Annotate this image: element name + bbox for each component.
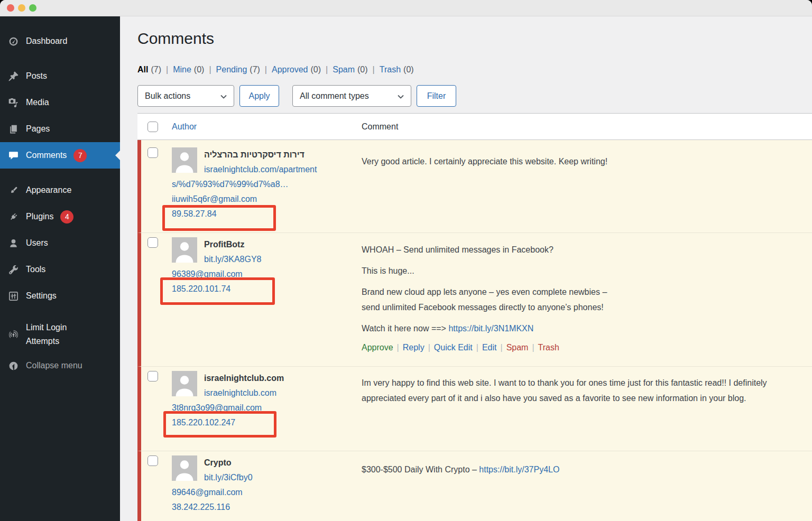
bulk-actions-select[interactable]: Bulk actions	[137, 85, 234, 107]
plugins-count-badge: 4	[60, 210, 73, 224]
chevron-down-icon	[220, 91, 227, 101]
paintbrush-icon	[7, 185, 19, 196]
comments-page: Comments All(7)|Mine(0)|Pending(7)|Appro…	[120, 16, 812, 521]
media-camera-icon	[7, 97, 19, 108]
comment-text: $300-$500 Daily With Crypto – https://bi…	[362, 462, 798, 477]
author-name: דירות דיסקרטיות בהרצליה	[204, 150, 304, 159]
sidebar-item-limit-login-attempts[interactable]: Limit Login Attempts	[0, 321, 120, 348]
sidebar-item-media[interactable]: Media	[0, 89, 120, 116]
user-icon	[7, 238, 19, 249]
comment-url-link[interactable]: https://bit.ly/3N1MKXN	[448, 324, 533, 333]
view-approved-link[interactable]: Approved(0)	[272, 65, 321, 74]
apply-button[interactable]: Apply	[239, 85, 279, 107]
avatar	[172, 455, 197, 481]
author-email-link[interactable]: 3t8nrq3o99@gmail.com	[172, 403, 262, 412]
sidebar-item-plugins[interactable]: Plugins 4	[0, 203, 120, 230]
comment-types-select[interactable]: All comment types	[292, 85, 411, 107]
plug-icon	[7, 211, 19, 222]
comment-text: Watch it here now ==> https://bit.ly/3N1…	[362, 321, 798, 336]
row-checkbox[interactable]	[147, 455, 158, 466]
sidebar-item-dashboard[interactable]: Dashboard	[0, 28, 120, 54]
macos-titlebar	[0, 0, 812, 16]
author-url-link[interactable]: bit.ly/3KA8GY8	[204, 255, 262, 264]
view-all-link[interactable]: All(7)	[137, 65, 161, 74]
comment-row: Crypto bit.ly/3iCfby0 89646@gmail.com 38…	[137, 451, 812, 521]
view-pending-link[interactable]: Pending(7)	[216, 65, 260, 74]
zoom-window-button[interactable]	[29, 4, 36, 12]
author-email-link[interactable]: 89646@gmail.com	[172, 488, 243, 497]
limit-login-attempts-icon	[7, 329, 19, 340]
avatar	[172, 237, 197, 263]
author-ip-link[interactable]: 185.220.102.247	[172, 418, 235, 427]
wrench-icon	[7, 264, 19, 275]
chevron-down-icon	[398, 91, 404, 101]
select-all-checkbox[interactable]	[147, 122, 158, 132]
comment-row: דירות דיסקרטיות בהרצליה israelnightclub.…	[137, 140, 812, 232]
sidebar-item-users[interactable]: Users	[0, 230, 120, 256]
spam-link[interactable]: Spam	[506, 343, 529, 352]
comment-cell: Very good article. I certainly appreciat…	[360, 140, 812, 232]
comment-cell: Im very happy to find this web site. I w…	[360, 367, 812, 451]
sidebar-item-comments[interactable]: Comments 7	[0, 142, 120, 169]
comment-text: Im very happy to find this web site. I w…	[362, 375, 798, 406]
author-name: israelnightclub.com	[204, 374, 284, 383]
author-name: ProfitBotz	[204, 240, 244, 249]
dashboard-gauge-icon	[7, 36, 19, 47]
author-email-link[interactable]: 96389@gmail.com	[172, 269, 243, 278]
reply-link[interactable]: Reply	[403, 343, 425, 352]
filter-button[interactable]: Filter	[417, 85, 456, 107]
comment-row: israelnightclub.com israelnightclub.com …	[137, 366, 812, 451]
sidebar-item-pages[interactable]: Pages	[0, 116, 120, 142]
author-ip-link[interactable]: 89.58.27.84	[172, 209, 217, 218]
avatar	[172, 147, 197, 173]
author-ip-link[interactable]: 185.220.101.74	[172, 284, 230, 293]
pages-icon	[7, 124, 19, 135]
minimize-window-button[interactable]	[18, 4, 25, 12]
comment-cell: $300-$500 Daily With Crypto – https://bi…	[360, 451, 812, 521]
comments-table: Author Comment דירות דיסקרטיות בהרצליה i…	[137, 113, 812, 521]
comments-count-badge: 7	[73, 149, 87, 162]
comment-text: WHOAH – Send unlimited messages in Faceb…	[362, 242, 798, 257]
settings-sliders-icon	[7, 291, 19, 302]
row-checkbox[interactable]	[147, 371, 158, 382]
sidebar-item-appearance[interactable]: Appearance	[0, 177, 120, 203]
collapse-arrow-icon	[7, 360, 19, 371]
view-mine-link[interactable]: Mine(0)	[173, 65, 204, 74]
comment-text: Brand new cloud app lets anyone – yes ev…	[362, 284, 798, 315]
row-checkbox[interactable]	[147, 237, 158, 248]
author-cell: Crypto bit.ly/3iCfby0 89646@gmail.com 38…	[172, 451, 360, 521]
table-header-row: Author Comment	[137, 113, 812, 140]
author-cell: ProfitBotz bit.ly/3KA8GY8 96389@gmail.co…	[172, 233, 360, 366]
quick-edit-link[interactable]: Quick Edit	[434, 343, 473, 352]
pushpin-icon	[7, 71, 19, 82]
row-actions: Approve|Reply|Quick Edit|Edit|Spam|Trash	[362, 342, 798, 353]
page-title: Comments	[137, 29, 812, 48]
author-url-link[interactable]: israelnightclub.com	[204, 388, 276, 397]
sidebar-item-settings[interactable]: Settings	[0, 283, 120, 309]
close-window-button[interactable]	[7, 4, 14, 12]
sidebar-item-posts[interactable]: Posts	[0, 63, 120, 89]
avatar	[172, 371, 197, 396]
author-ip-link[interactable]: 38.242.225.116	[172, 503, 230, 511]
author-name: Crypto	[204, 458, 232, 467]
author-cell: דירות דיסקרטיות בהרצליה israelnightclub.…	[172, 140, 360, 232]
comment-url-link[interactable]: https://bit.ly/37Py4LO	[479, 465, 559, 474]
author-cell: israelnightclub.com israelnightclub.com …	[172, 367, 360, 451]
trash-link[interactable]: Trash	[538, 343, 559, 352]
comment-bubble-icon	[7, 150, 19, 161]
view-spam-link[interactable]: Spam(0)	[333, 65, 367, 74]
row-checkbox[interactable]	[147, 147, 158, 158]
author-column-header[interactable]: Author	[172, 122, 197, 131]
sidebar-item-collapse-menu[interactable]: Collapse menu	[0, 352, 120, 379]
comment-text: This is huge...	[362, 263, 798, 278]
sidebar-item-tools[interactable]: Tools	[0, 256, 120, 283]
admin-sidebar: Dashboard Posts Media Pages	[0, 16, 120, 521]
comment-row: ProfitBotz bit.ly/3KA8GY8 96389@gmail.co…	[137, 232, 812, 366]
edit-link[interactable]: Edit	[482, 343, 497, 352]
approve-link[interactable]: Approve	[362, 343, 393, 352]
comment-column-header: Comment	[362, 122, 398, 131]
author-url-link[interactable]: bit.ly/3iCfby0	[204, 473, 253, 482]
comment-text: Very good article. I certainly appreciat…	[362, 154, 798, 169]
view-trash-link[interactable]: Trash(0)	[380, 65, 414, 74]
author-email-link[interactable]: iiuwih5q6r@gmail.com	[172, 194, 257, 203]
